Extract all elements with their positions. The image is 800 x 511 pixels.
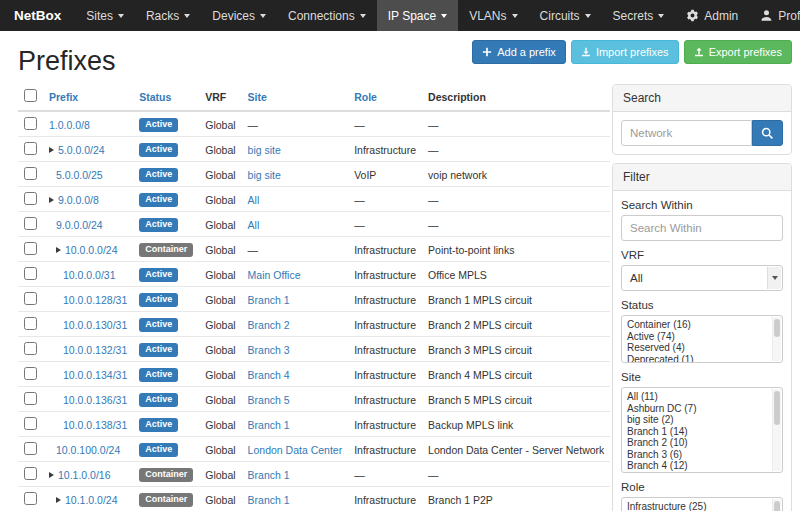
prefix-link[interactable]: 10.1.0.0/16 [58,469,111,481]
listbox-option[interactable]: Branch 2 (10) [622,437,782,449]
listbox-option[interactable]: All (11) [622,391,782,403]
prefix-link[interactable]: 10.0.0.132/31 [63,344,127,356]
prefix-link[interactable]: 10.0.0.0/31 [63,269,116,281]
page-title: Prefixes [18,46,116,77]
site-link[interactable]: Branch 1 [248,419,290,431]
role-listbox[interactable]: Infrastructure (25)Management (8)Private… [621,497,783,511]
select-all-checkbox[interactable] [24,89,37,102]
row-checkbox[interactable] [24,167,37,180]
listbox-option[interactable]: big site (2) [622,414,782,426]
listbox-option[interactable]: Branch 4 (12) [622,460,782,472]
prefix-link[interactable]: 10.0.0.138/31 [63,419,127,431]
scrollbar-thumb[interactable] [774,319,780,337]
row-checkbox[interactable] [24,367,37,380]
column-header-role[interactable]: Role [348,83,422,111]
prefix-link[interactable]: 10.0.0.134/31 [63,369,127,381]
prefix-link[interactable]: 10.0.0.128/31 [63,294,127,306]
listbox-option[interactable]: Container (16) [622,319,782,331]
site-link[interactable]: London Data Center [248,444,343,456]
status-badge: Active [139,343,178,357]
site-link[interactable]: Branch 5 [248,394,290,406]
search-input[interactable] [621,120,752,146]
nav-item-racks[interactable]: Racks [135,0,201,31]
row-checkbox[interactable] [24,217,37,230]
site-link[interactable]: Branch 2 [248,319,290,331]
scrollbar[interactable] [772,317,781,361]
nav-admin-link[interactable]: Admin [675,0,749,31]
search-button[interactable] [752,120,783,146]
row-checkbox[interactable] [24,242,37,255]
row-checkbox[interactable] [24,267,37,280]
nav-item-sites[interactable]: Sites [75,0,135,31]
search-within-input[interactable] [621,215,783,241]
row-checkbox[interactable] [24,142,37,155]
site-link[interactable]: Main Office [248,269,301,281]
site-link[interactable]: Branch 1 [248,294,290,306]
row-checkbox[interactable] [24,467,37,480]
site-link[interactable]: Branch 1 [248,494,290,506]
site-listbox[interactable]: All (11)Ashburn DC (7)big site (2)Branch… [621,387,783,473]
nav-item-label: IP Space [388,9,436,23]
listbox-option[interactable]: Deprecated (1) [622,354,782,364]
site-link[interactable]: Branch 1 [248,469,290,481]
nav-item-vlans[interactable]: VLANs [458,0,528,31]
prefix-link[interactable]: 9.0.0.0/24 [56,219,103,231]
row-checkbox[interactable] [24,192,37,205]
column-header-site[interactable]: Site [242,83,349,111]
listbox-option[interactable]: Infrastructure (25) [622,501,782,511]
prefix-link[interactable]: 5.0.0.0/25 [56,169,103,181]
nav-item-secrets[interactable]: Secrets [602,0,676,31]
nav-item-connections[interactable]: Connections [277,0,377,31]
row-checkbox[interactable] [24,392,37,405]
prefix-link[interactable]: 10.1.0.0/24 [65,494,118,506]
row-checkbox[interactable] [24,442,37,455]
scrollbar-thumb[interactable] [774,391,780,425]
prefix-link[interactable]: 10.0.0.136/31 [63,394,127,406]
site-link[interactable]: big site [248,169,281,181]
status-badge: Active [139,118,178,132]
site-link[interactable]: All [248,219,260,231]
role-label: Role [621,481,783,493]
nav-profile-link[interactable]: Profile [749,0,800,31]
listbox-option[interactable]: Reserved (4) [622,342,782,354]
row-checkbox[interactable] [24,492,37,505]
row-checkbox[interactable] [24,417,37,430]
nav-item-label: Profile [778,9,800,23]
listbox-option[interactable]: Branch 3 (6) [622,449,782,461]
prefix-link[interactable]: 10.0.100.0/24 [56,444,120,456]
export-prefixes-button[interactable]: Export prefixes [684,40,792,64]
prefix-link[interactable]: 10.0.0.0/24 [65,244,118,256]
add-a-prefix-button[interactable]: Add a prefix [472,40,566,64]
listbox-option[interactable]: Active (74) [622,331,782,343]
status-listbox[interactable]: Container (16)Active (74)Reserved (4)Dep… [621,315,783,363]
site-link[interactable]: big site [248,144,281,156]
row-checkbox[interactable] [24,292,37,305]
scrollbar-thumb[interactable] [774,501,780,511]
scrollbar[interactable] [772,499,781,511]
row-checkbox[interactable] [24,342,37,355]
header-checkbox-cell [18,83,43,111]
row-checkbox[interactable] [24,117,37,130]
brand-logo[interactable]: NetBox [0,0,75,31]
vrf-select[interactable]: All [621,265,783,291]
nav-item-devices[interactable]: Devices [201,0,277,31]
prefix-cell: 1.0.0.0/8 [43,111,133,137]
site-link[interactable]: Branch 3 [248,344,290,356]
column-header-status[interactable]: Status [133,83,199,111]
nav-item-ip-space[interactable]: IP Space [377,0,458,31]
listbox-option[interactable]: Ashburn DC (7) [622,403,782,415]
listbox-option[interactable]: Branch 5 (7) [622,472,782,474]
column-header-prefix[interactable]: Prefix [43,83,133,111]
listbox-option[interactable]: Branch 1 (14) [622,426,782,438]
site-link[interactable]: All [248,194,260,206]
prefix-link[interactable]: 9.0.0.0/8 [58,194,99,206]
prefix-link[interactable]: 1.0.0.0/8 [49,119,90,131]
row-checkbox-cell [18,337,43,362]
nav-item-circuits[interactable]: Circuits [529,0,602,31]
row-checkbox[interactable] [24,317,37,330]
scrollbar[interactable] [772,389,781,471]
site-link[interactable]: Branch 4 [248,369,290,381]
prefix-link[interactable]: 10.0.0.130/31 [63,319,127,331]
import-prefixes-button[interactable]: Import prefixes [571,40,679,64]
prefix-link[interactable]: 5.0.0.0/24 [58,144,105,156]
